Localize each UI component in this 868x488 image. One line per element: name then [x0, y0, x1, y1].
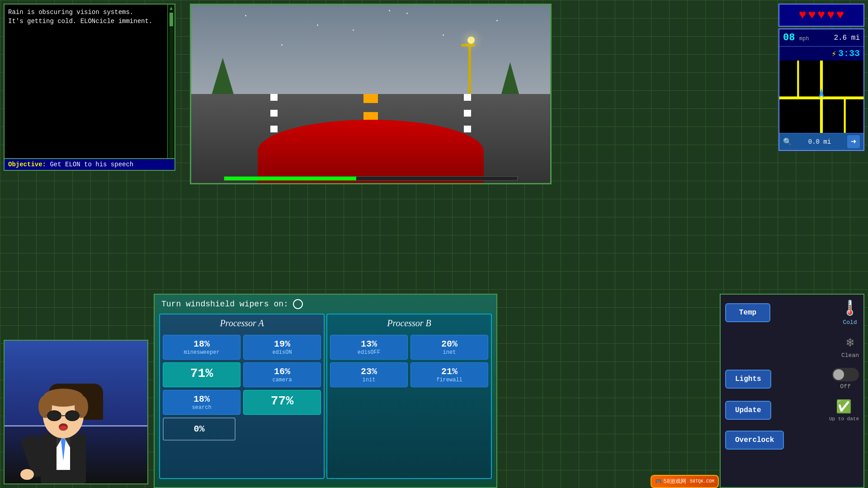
timer-row: ⚡ 3:33: [779, 47, 863, 61]
update-status: Up to date: [829, 416, 859, 422]
scroll-up-arrow[interactable]: ▲: [170, 5, 173, 12]
distance-display: 2.6 mi: [834, 34, 860, 42]
processor-a-panel: Processor A 18% minesweeper 19% edisON 7…: [159, 314, 325, 479]
task-inet[interactable]: 20% inet: [410, 335, 488, 360]
clean-row: ❄️ Clean: [725, 335, 859, 359]
processor-a-title: Processor A: [160, 314, 324, 332]
map-roads-svg: [779, 61, 863, 133]
speed-map-panel: 08 mph 2.6 mi ⚡ 3:33 🔍 0.0 mi: [778, 28, 864, 151]
processor-b-title: Processor B: [327, 314, 491, 332]
temp-button[interactable]: Temp: [725, 303, 770, 322]
mini-map: [779, 61, 863, 133]
processor-b-panel: Processor B 13% edisOFF 20% inet 23% ini…: [326, 314, 492, 479]
street-lamp-arm: [461, 44, 475, 47]
task-edisoff[interactable]: 13% edisOFF: [330, 335, 408, 360]
particle: [443, 34, 444, 36]
processor-b-grid: 13% edisOFF 20% inet 23% init 21% firewa…: [327, 332, 491, 390]
particle: [496, 20, 498, 21]
timer-display: 3:33: [838, 48, 860, 59]
svg-point-16: [48, 411, 61, 420]
task-idle[interactable]: 0%: [163, 418, 236, 441]
map-search-icon[interactable]: 🔍: [783, 137, 792, 146]
temp-row: Temp 🌡️ Cold: [725, 299, 859, 326]
objective-bar: Objective: Get ELON to his speech: [5, 158, 175, 170]
lights-status: Off: [840, 383, 850, 390]
task-camera-percent: 16%: [245, 366, 319, 377]
task-idle-percent: 0%: [165, 424, 233, 434]
log-line-2: It's getting cold. ELONcicle imminent.: [8, 17, 171, 26]
task-search-name: search: [165, 404, 238, 411]
task-cpu-77[interactable]: 77%: [243, 390, 321, 415]
task-minesweeper-name: minesweeper: [165, 349, 238, 356]
character-svg: [18, 371, 108, 483]
objective-text: Get ELON to his speech: [50, 161, 133, 168]
road-scene: [191, 5, 550, 183]
wiper-label: Turn windshield wipers on:: [161, 300, 288, 309]
heart-5: ♥: [836, 8, 844, 22]
svg-point-23: [60, 426, 67, 430]
update-icon: ✅: [836, 399, 852, 414]
speed-row: 08 mph 2.6 mi: [779, 29, 863, 47]
task-camera[interactable]: 16% camera: [243, 362, 321, 387]
nav-distance: 0.0 mi: [808, 138, 831, 145]
lights-indicator: Off: [832, 368, 859, 390]
heart-2: ♥: [808, 8, 816, 22]
progress-bar: [224, 176, 518, 181]
lights-toggle[interactable]: [832, 368, 859, 381]
processor-a-grid: 18% minesweeper 19% edisON 71% 16% camer…: [160, 332, 324, 418]
task-cpu-71-percent: 71%: [165, 366, 238, 380]
task-edison-name: edisON: [245, 349, 319, 356]
speed-unit: mph: [799, 36, 809, 42]
particle: [317, 24, 318, 26]
task-edisoff-percent: 13%: [332, 339, 406, 349]
update-indicator: ✅ Up to date: [829, 399, 859, 422]
car-hood: [258, 120, 484, 183]
task-minesweeper-percent: 18%: [165, 339, 238, 349]
text-log-panel: Rain is obscuring vision systems. It's g…: [4, 4, 175, 171]
task-firewall[interactable]: 21% firewall: [410, 362, 488, 387]
loads-unbalanced: Loads unbalanced: [155, 483, 496, 488]
computer-panel: Turn windshield wipers on: Processor A 1…: [154, 294, 497, 488]
update-button[interactable]: Update: [725, 401, 771, 420]
map-bottom-row: 🔍 0.0 mi ➜: [779, 133, 863, 150]
heart-3: ♥: [818, 8, 826, 22]
task-edisoff-name: edisOFF: [332, 349, 406, 356]
clean-indicator: ❄️ Clean: [841, 335, 859, 359]
scroll-thumb: [170, 13, 173, 26]
lights-toggle-knob: [833, 369, 844, 380]
scroll-track: [170, 13, 173, 162]
game-viewport: [190, 4, 552, 184]
idle-block-container: 0%: [160, 418, 324, 443]
task-init[interactable]: 23% init: [330, 362, 408, 387]
particle: [245, 15, 246, 16]
task-edison[interactable]: 19% edisON: [243, 335, 321, 360]
task-minesweeper[interactable]: 18% minesweeper: [163, 335, 241, 360]
overclock-button[interactable]: Overclock: [725, 431, 784, 450]
controls-panel: Temp 🌡️ Cold ❄️ Clean Lights Off Update …: [720, 294, 864, 488]
lights-button[interactable]: Lights: [725, 370, 771, 389]
objective-label: Objective:: [8, 161, 46, 168]
temp-status: Cold: [843, 319, 857, 326]
task-init-percent: 23%: [332, 366, 406, 377]
update-row: Update ✅ Up to date: [725, 399, 859, 422]
health-bar: ♥ ♥ ♥ ♥ ♥: [778, 4, 864, 27]
heart-1: ♥: [799, 8, 807, 22]
temp-indicator: 🌡️ Cold: [841, 299, 859, 326]
hud-panel: ♥ ♥ ♥ ♥ ♥ 08 mph 2.6 mi ⚡ 3:33: [778, 4, 864, 151]
task-edison-percent: 19%: [245, 339, 319, 349]
car-interior: [5, 341, 147, 483]
task-search-percent: 18%: [165, 394, 238, 404]
thermometer-icon: 🌡️: [841, 299, 859, 317]
wiper-indicator[interactable]: [293, 299, 303, 309]
task-search[interactable]: 18% search: [163, 390, 241, 415]
log-content: Rain is obscuring vision systems. It's g…: [5, 5, 175, 29]
game-badge: 🎮 58游戏网 58TQK.COM: [651, 475, 719, 488]
log-scrollbar[interactable]: ▲ ▼: [167, 5, 175, 170]
lightning-icon: ⚡: [831, 49, 836, 59]
svg-point-18: [66, 411, 79, 420]
task-cpu-71[interactable]: 71%: [163, 362, 241, 387]
overclock-row: Overclock: [725, 431, 859, 450]
task-firewall-percent: 21%: [413, 366, 486, 377]
game-badge-icon: 🎮: [655, 478, 662, 485]
wiper-row: Turn windshield wipers on:: [155, 295, 496, 314]
